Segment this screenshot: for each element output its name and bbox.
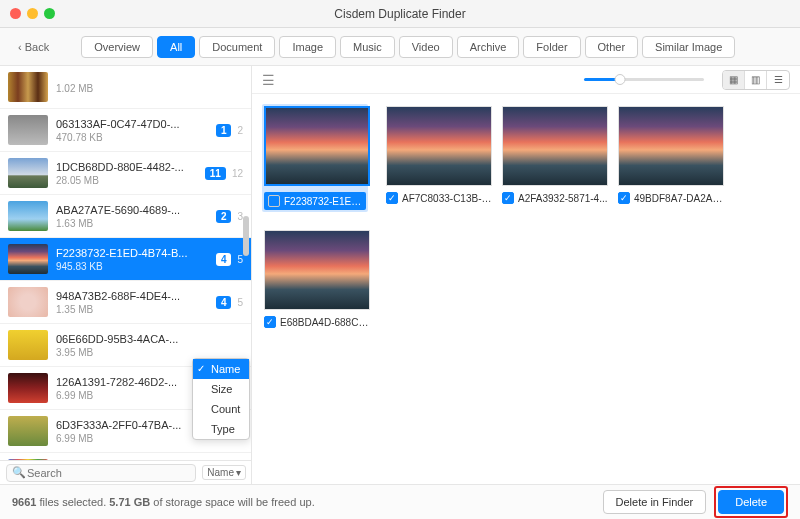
total-count: 12 [232,168,243,179]
list-item[interactable]: 063133AF-0C47-47D0-...470.78 KB12 [0,109,251,152]
tab-image[interactable]: Image [279,36,336,58]
selected-count-badge: 4 [216,253,232,266]
tile-filename: F2238732-E1ED-4... [284,196,362,207]
delete-in-finder-button[interactable]: Delete in Finder [603,490,707,514]
item-info: 948A73B2-688F-4DE4-...1.35 MB [56,290,208,315]
tab-document[interactable]: Document [199,36,275,58]
item-size: 3.95 MB [56,347,235,358]
list-item[interactable]: ABA27A7E-5690-4689-...1.63 MB23 [0,195,251,238]
tile-image [386,106,492,186]
item-size: 945.83 KB [56,261,208,272]
item-info: 1.02 MB [56,81,235,94]
chevron-icon: ▾ [236,467,241,478]
sort-button-label: Name [207,467,234,478]
tile-caption: ✓A2FA3932-5871-4... [502,192,608,204]
thumbnail-tile[interactable]: ✓AF7C8033-C13B-4... [386,106,492,220]
tile-image [264,106,370,186]
sort-option-size[interactable]: Size [193,379,249,399]
checkbox[interactable] [268,195,280,207]
total-count: 2 [237,125,243,136]
item-counts: 12 [216,124,243,137]
item-size: 1.02 MB [56,83,235,94]
item-name: 948A73B2-688F-4DE4-... [56,290,208,302]
thumbnail-tile[interactable]: ✓A2FA3932-5871-4... [502,106,608,220]
item-size: 1.63 MB [56,218,208,229]
sort-option-name[interactable]: Name [193,359,249,379]
tab-archive[interactable]: Archive [457,36,520,58]
item-size: 470.78 KB [56,132,208,143]
column-view-icon[interactable]: ▥ [745,71,767,89]
tile-caption: ✓E68BDA4D-688C-... [264,316,370,328]
item-counts: 45 [216,296,243,309]
thumbnail-tile[interactable]: F2238732-E1ED-4... [262,104,368,212]
checkbox[interactable]: ✓ [618,192,630,204]
status-text: 9661 files selected. 5.71 GB of storage … [12,496,315,508]
thumbnail [8,244,48,274]
tile-image [502,106,608,186]
thumbnail-tile[interactable]: ✓49BDF8A7-DA2A-... [618,106,724,220]
item-info: F2238732-E1ED-4B74-B...945.83 KB [56,247,208,272]
item-name: 1DCB68DD-880E-4482-... [56,161,197,173]
tile-filename: A2FA3932-5871-4... [518,193,608,204]
thumbnail [8,72,48,102]
selected-count-badge: 4 [216,296,232,309]
main-toolbar: ☰ ▦ ▥ ☰ [252,66,800,94]
tab-folder[interactable]: Folder [523,36,580,58]
tab-similar-image[interactable]: Similar Image [642,36,735,58]
thumbnail [8,201,48,231]
tab-video[interactable]: Video [399,36,453,58]
window-controls [10,8,55,19]
tile-caption: ✓AF7C8033-C13B-4... [386,192,492,204]
item-name: ABA27A7E-5690-4689-... [56,204,208,216]
tile-caption: ✓49BDF8A7-DA2A-... [618,192,724,204]
checkbox[interactable]: ✓ [264,316,276,328]
filter-icon[interactable]: ☰ [262,72,275,88]
item-name: 06E66DD-95B3-4ACA-... [56,333,235,345]
sort-button[interactable]: Name▾ [202,465,246,480]
back-button[interactable]: ‹ Back [12,37,55,57]
checkbox[interactable]: ✓ [502,192,514,204]
maximize-icon[interactable] [44,8,55,19]
search-row: 🔍 Name▾ [0,460,252,484]
checkbox[interactable]: ✓ [386,192,398,204]
delete-button[interactable]: Delete [718,490,784,514]
list-item[interactable]: F2238732-E1ED-4B74-B...945.83 KB45 [0,238,251,281]
close-icon[interactable] [10,8,21,19]
item-name: F2238732-E1ED-4B74-B... [56,247,208,259]
tab-music[interactable]: Music [340,36,395,58]
tile-filename: 49BDF8A7-DA2A-... [634,193,724,204]
tab-other[interactable]: Other [585,36,639,58]
back-label: Back [25,41,49,53]
thumbnail [8,115,48,145]
scrollbar-thumb[interactable] [243,216,249,256]
list-view-icon[interactable]: ☰ [767,71,789,89]
tile-filename: AF7C8033-C13B-4... [402,193,492,204]
thumbnail-tile[interactable]: ✓E68BDA4D-688C-... [264,230,370,328]
tile-image [618,106,724,186]
toolbar: ‹ Back OverviewAllDocumentImageMusicVide… [0,28,800,66]
item-counts: 1112 [205,167,243,180]
tile-caption: F2238732-E1ED-4... [264,192,366,210]
minimize-icon[interactable] [27,8,38,19]
tab-all[interactable]: All [157,36,195,58]
tab-overview[interactable]: Overview [81,36,153,58]
search-input[interactable] [6,464,196,482]
sort-option-count[interactable]: Count [193,399,249,419]
thumbnail [8,330,48,360]
grid-view-icon[interactable]: ▦ [723,71,745,89]
item-size: 1.35 MB [56,304,208,315]
thumbnail [8,373,48,403]
list-item[interactable]: 1.02 MB [0,66,251,109]
tile-filename: E68BDA4D-688C-... [280,317,370,328]
sort-option-type[interactable]: Type [193,419,249,439]
selected-count-badge: 1 [216,124,232,137]
slider-knob[interactable] [615,74,626,85]
thumbnail-size-slider[interactable] [584,78,704,81]
selected-count-badge: 11 [205,167,226,180]
selected-count-badge: 2 [216,210,232,223]
item-size: 28.05 MB [56,175,197,186]
delete-highlight: Delete [714,486,788,518]
list-item[interactable]: 948A73B2-688F-4DE4-...1.35 MB45 [0,281,251,324]
item-counts: 23 [216,210,243,223]
list-item[interactable]: 1DCB68DD-880E-4482-...28.05 MB1112 [0,152,251,195]
